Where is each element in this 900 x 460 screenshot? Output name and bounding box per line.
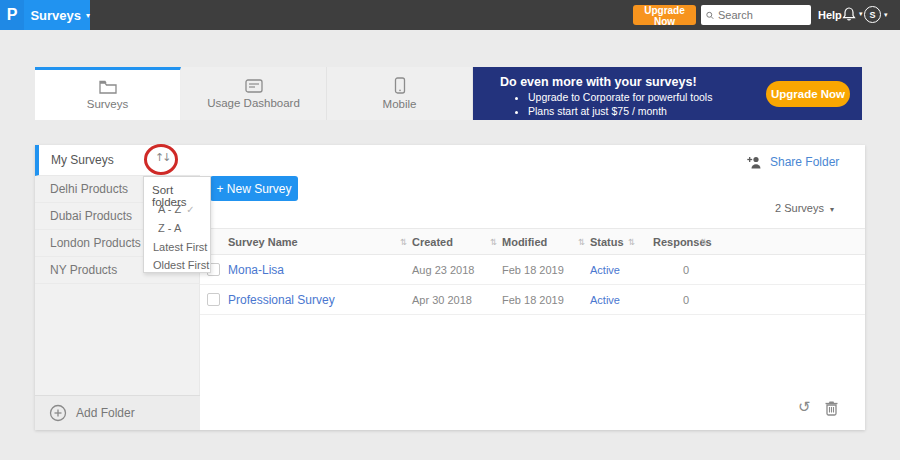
account-menu[interactable]: S ▾: [864, 6, 888, 23]
upgrade-now-button[interactable]: Upgrade Now: [633, 5, 696, 25]
column-header-survey-name: Survey Name: [228, 236, 298, 248]
column-header-modified: Modified: [502, 236, 547, 248]
add-folder-label: Add Folder: [76, 406, 135, 420]
sort-option-z-a[interactable]: Z - A: [158, 222, 181, 234]
created-cell: Aug 23 2018: [412, 264, 474, 276]
sort-column-icon[interactable]: ⇅: [628, 237, 635, 247]
person-add-icon: [747, 156, 763, 169]
product-switcher[interactable]: P Surveys ▾: [0, 0, 90, 30]
share-folder-label: Share Folder: [770, 155, 839, 169]
mobile-icon: [394, 77, 406, 94]
proprofs-logo: P: [0, 0, 24, 30]
sort-option-label: Z - A: [158, 222, 181, 234]
table-footer-actions: ↺: [798, 398, 839, 416]
search-input[interactable]: [718, 9, 806, 21]
search-icon: [706, 10, 714, 21]
survey-name-link[interactable]: Professional Survey: [228, 293, 335, 307]
check-icon: ✓: [186, 204, 194, 215]
table-row: Mona-Lisa Aug 23 2018 Feb 18 2019 Active…: [200, 255, 865, 285]
avatar: S: [864, 6, 881, 23]
tab-usage-dashboard[interactable]: Usage Dashboard: [181, 67, 327, 120]
sort-column-icon[interactable]: ⇅: [490, 237, 497, 247]
banner-bullet: Plans start at just $75 / month: [528, 105, 712, 117]
modified-cell: Feb 18 2019: [502, 264, 564, 276]
sort-column-icon[interactable]: ⇅: [700, 237, 707, 247]
chevron-down-icon: ▾: [884, 11, 888, 19]
surveys-panel: My Surveys ↑↓ Delhi Products Dubai Produ…: [35, 145, 865, 430]
sort-folders-icon[interactable]: ↑↓: [155, 151, 169, 164]
bell-icon: [842, 6, 856, 22]
sort-folders-menu: Sort folders A - Z✓ Z - A Latest First O…: [143, 176, 211, 273]
tab-label: Surveys: [87, 98, 129, 110]
status-badge[interactable]: Active: [590, 264, 620, 276]
sort-option-label: Oldest First: [153, 259, 209, 271]
sort-option-oldest-first[interactable]: Oldest First: [153, 259, 209, 271]
responses-cell[interactable]: 0: [683, 294, 689, 306]
chevron-down-icon: ▾: [830, 205, 834, 214]
restore-icon[interactable]: ↺: [798, 398, 811, 416]
tab-mobile[interactable]: Mobile: [327, 67, 473, 120]
sort-option-latest-first[interactable]: Latest First: [153, 241, 207, 253]
sort-column-icon[interactable]: ⇅: [400, 237, 407, 247]
responses-cell[interactable]: 0: [683, 264, 689, 276]
tab-surveys[interactable]: Surveys: [35, 67, 181, 120]
folder-label: Dubai Products: [50, 209, 132, 223]
product-menu-label: Surveys: [30, 8, 81, 23]
folder-icon: [99, 80, 117, 94]
banner-bullet-list: Upgrade to Corporate for powerful tools …: [528, 91, 712, 119]
banner-upgrade-button[interactable]: Upgrade Now: [766, 81, 850, 107]
banner-title: Do even more with your surveys!: [500, 75, 697, 89]
sort-column-icon[interactable]: ⇅: [578, 237, 585, 247]
status-badge[interactable]: Active: [590, 294, 620, 306]
trash-icon[interactable]: [824, 399, 839, 416]
created-cell: Apr 30 2018: [412, 294, 472, 306]
help-link[interactable]: Help: [818, 9, 842, 21]
promo-banner: Do even more with your surveys! Upgrade …: [473, 67, 862, 120]
chevron-down-icon: ▾: [86, 11, 90, 20]
sort-option-a-z[interactable]: A - Z✓: [158, 203, 195, 215]
tab-label: Mobile: [383, 98, 417, 110]
folder-label: My Surveys: [51, 153, 114, 167]
tab-label: Usage Dashboard: [207, 97, 300, 109]
folder-label: London Products: [50, 236, 141, 250]
modified-cell: Feb 18 2019: [502, 294, 564, 306]
add-folder-button[interactable]: Add Folder: [35, 395, 200, 430]
column-header-status: Status: [590, 236, 624, 248]
survey-count-label: 2 Surveys: [775, 202, 824, 214]
table-row: Professional Survey Apr 30 2018 Feb 18 2…: [200, 285, 865, 315]
column-header-created: Created: [412, 236, 453, 248]
plus-circle-icon: [49, 404, 67, 422]
topbar: P Surveys ▾ Upgrade Now Help ▾ S ▾: [0, 0, 900, 30]
sidebar-item-my-surveys[interactable]: My Surveys ↑↓: [35, 145, 200, 176]
sort-option-label: A - Z: [158, 203, 181, 215]
survey-count-dropdown[interactable]: 2 Surveys▾: [775, 202, 834, 214]
search-box: [701, 5, 811, 25]
banner-bullet: Upgrade to Corporate for powerful tools: [528, 91, 712, 103]
folder-label: NY Products: [50, 263, 117, 277]
folder-label: Delhi Products: [50, 182, 128, 196]
share-folder-link[interactable]: Share Folder: [747, 155, 839, 169]
row-checkbox[interactable]: [207, 293, 220, 306]
notifications-menu[interactable]: ▾: [842, 6, 863, 22]
section-tabs: Surveys Usage Dashboard Mobile: [35, 67, 473, 120]
dashboard-icon: [245, 79, 263, 93]
survey-name-link[interactable]: Mona-Lisa: [228, 263, 284, 277]
sort-option-label: Latest First: [153, 241, 207, 253]
chevron-down-icon: ▾: [859, 10, 863, 18]
new-survey-button[interactable]: + New Survey: [210, 176, 298, 201]
survey-table-header: Survey Name ⇅ Created ⇅ Modified ⇅ Statu…: [200, 228, 865, 255]
